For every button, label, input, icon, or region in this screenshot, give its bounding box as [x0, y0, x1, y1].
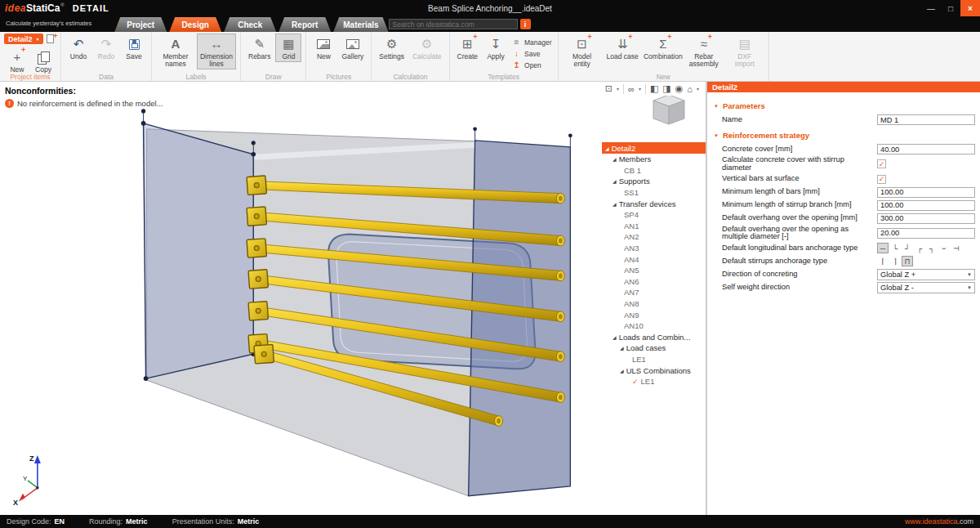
tree-item-an3[interactable]: AN3 [602, 243, 706, 254]
self-weight-direction-select[interactable]: Global Z - ▼ [877, 282, 975, 293]
vertical-bars-checkbox[interactable] [877, 175, 886, 184]
save-button[interactable]: Save [121, 34, 147, 62]
min-length-bars-input[interactable] [877, 187, 975, 198]
tree-item-an6[interactable]: AN6 [602, 276, 706, 288]
tree-item-members[interactable]: ◢Members [602, 154, 706, 165]
concrete-cover-input[interactable] [877, 144, 975, 154]
website-link[interactable]: www.ideastatica.com [905, 517, 973, 526]
section-parameters[interactable]: ▼ Parameters [707, 97, 980, 114]
chevron-down-icon[interactable]: ▾ [639, 86, 641, 92]
tree-item-an7[interactable]: AN7 [602, 287, 706, 298]
new-project-item-button[interactable]: + New [4, 47, 30, 75]
tab-project[interactable]: Project [114, 17, 167, 32]
minimize-button[interactable]: — [921, 0, 941, 16]
section-reinforcement-strategy[interactable]: ▼ Reinforcement strategy [707, 127, 980, 143]
stirrup-hook-right-icon[interactable]: ⌉ [889, 256, 901, 266]
tab-materials[interactable]: Materials [333, 17, 388, 32]
search-input[interactable] [389, 19, 518, 29]
chevron-down-icon[interactable]: ▾ [617, 86, 619, 92]
tree-item-an5[interactable]: AN5 [602, 265, 706, 276]
apply-template-button[interactable]: ↧ Apply [483, 34, 509, 62]
tree-item-uls-combinations[interactable]: ◢ULS Combinations [602, 365, 706, 376]
rebars-button[interactable]: ✎ Rebars [245, 34, 274, 62]
info-button[interactable]: i [520, 19, 531, 29]
anchorage-bend-down-icon[interactable]: ┘ [902, 243, 913, 253]
tab-design[interactable]: Design [169, 17, 221, 32]
copy-project-item-button[interactable]: Copy [30, 47, 56, 75]
tree-expander-icon[interactable]: ◢ [620, 368, 624, 374]
anchorage-bend-up-icon[interactable]: └ [889, 243, 901, 253]
tree-item-ss1[interactable]: SS1 [602, 187, 706, 199]
view-cube[interactable] [650, 93, 688, 128]
tree-item-le1[interactable]: ✓LE1 [602, 376, 706, 387]
tree-item-an1[interactable]: AN1 [602, 221, 706, 232]
combination-button[interactable]: Σ Combination [644, 34, 683, 62]
overhang-opening-input[interactable] [877, 213, 975, 224]
tree-item-an4[interactable]: AN4 [602, 253, 706, 265]
anchorage-straight-icon[interactable]: ─ [877, 243, 889, 253]
new-document-icon[interactable] [47, 34, 54, 43]
undo-button[interactable]: ↶ Undo [65, 34, 91, 62]
tree-item-cb-1[interactable]: CB 1 [602, 165, 706, 177]
tab-check[interactable]: Check [224, 17, 276, 32]
view-wireframe-icon[interactable]: ◨ [662, 83, 670, 94]
member-names-button[interactable]: A Member names [156, 34, 195, 69]
scene-3d[interactable]: Z Y X [0, 82, 706, 514]
anchorage-head-icon[interactable]: ⊣ [951, 243, 962, 253]
tree-expander-icon[interactable]: ◢ [612, 201, 617, 207]
anchorage-bend-up2-icon[interactable]: ┌ [914, 243, 925, 253]
visibility-icon[interactable]: ◉ [675, 83, 684, 94]
maximize-button[interactable]: □ [941, 0, 960, 16]
dimension-lines-button[interactable]: ↔ Dimension lines [197, 34, 236, 69]
tab-report[interactable]: Report [278, 17, 331, 32]
tree-item-an10[interactable]: AN10 [602, 320, 706, 332]
direction-concreting-select[interactable]: Global Z + ▼ [877, 269, 975, 280]
measure-tool-icon[interactable]: ∞ [628, 84, 635, 94]
stirrup-closed-icon[interactable]: ⊓ [902, 256, 913, 266]
create-template-button[interactable]: ⊞ Create [454, 34, 482, 62]
anchorage-bend-down2-icon[interactable]: ┐ [926, 243, 938, 253]
open-template-button[interactable]: ↥ Open [510, 60, 554, 70]
name-input[interactable] [877, 114, 975, 125]
tree-item-an9[interactable]: AN9 [602, 309, 706, 320]
left-support-wall[interactable] [141, 109, 256, 381]
anchorage-hook-icon[interactable]: ⌣ [938, 243, 950, 253]
viewport-3d[interactable]: Z Y X ⊡ ▾ ∞ ▾ ◧ ◨ ◉ ⌂ ▾ Nonconformities:… [0, 82, 707, 515]
tree-item-loads-and-combin-[interactable]: ◢Loads and Combin... [602, 332, 706, 343]
tree-item-le1[interactable]: LE1 [602, 354, 706, 365]
chevron-down-icon[interactable]: ▾ [697, 86, 699, 92]
calculate-button[interactable]: ⚙ Calculate [409, 34, 444, 62]
redo-button[interactable]: ↷ Redo [93, 34, 119, 62]
tree-expander-icon[interactable]: ◢ [605, 145, 609, 151]
template-manager-button[interactable]: ≡ Manager [510, 37, 554, 47]
crop-tool-icon[interactable]: ⊡ [605, 83, 612, 94]
detail-selector-dropdown[interactable]: Detail2 ▾ [4, 34, 43, 44]
view-solid-icon[interactable]: ◧ [650, 83, 658, 94]
stirrup-hook-left-icon[interactable]: ⌈ [877, 256, 889, 266]
gallery-button[interactable]: Gallery [338, 34, 367, 62]
min-length-stirrup-input[interactable] [877, 200, 975, 211]
tree-expander-icon[interactable]: ◢ [612, 156, 617, 162]
home-view-icon[interactable]: ⌂ [687, 84, 693, 94]
close-button[interactable]: × [960, 0, 980, 16]
tree-item-load-cases[interactable]: ◢Load cases [602, 342, 706, 354]
tree-item-supports[interactable]: ◢Supports [602, 176, 706, 187]
tree-item-transfer-devices[interactable]: ◢Transfer devices [602, 198, 706, 209]
tree-expander-icon[interactable]: ◢ [612, 178, 617, 184]
tree-item-an2[interactable]: AN2 [602, 231, 706, 243]
settings-button[interactable]: ⚙ Settings [376, 34, 408, 62]
model-entity-button[interactable]: ⊡ Model entity [563, 34, 602, 69]
tree-expander-icon[interactable]: ◢ [612, 334, 617, 340]
tree-expander-icon[interactable]: ◢ [620, 345, 624, 351]
load-case-button[interactable]: ⇊ Load case [604, 34, 642, 62]
dxf-import-button[interactable]: ▤ DXF Import [725, 34, 764, 69]
tree-item-sp4[interactable]: SP4 [602, 209, 706, 221]
tree-item-an8[interactable]: AN8 [602, 298, 706, 310]
overhang-multiple-input[interactable] [877, 228, 975, 239]
rebar-assembly-button[interactable]: ≈ Rebar assembly [684, 34, 724, 69]
grid-button[interactable]: ▦ Grid [275, 34, 301, 62]
tree-root-detail2[interactable]: ◢ Detail2 [602, 142, 706, 154]
calc-cover-checkbox[interactable] [877, 159, 886, 168]
new-picture-button[interactable]: New [310, 34, 336, 62]
save-template-button[interactable]: ↓ Save [510, 48, 554, 59]
